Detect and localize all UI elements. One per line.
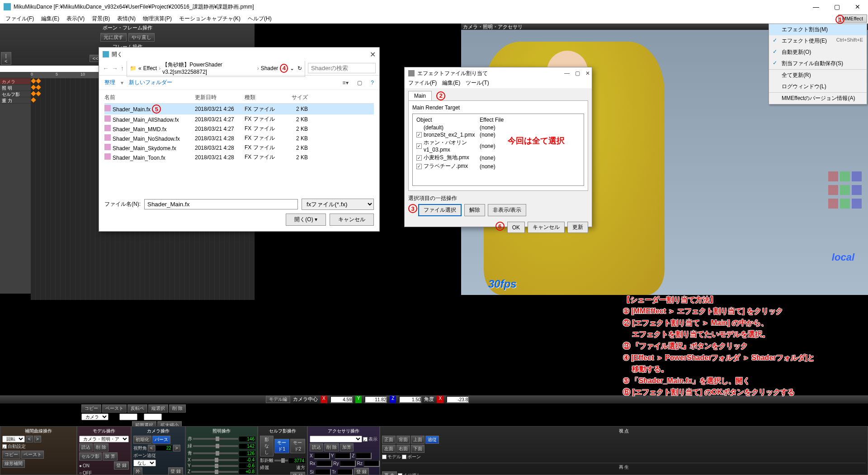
object-checkbox[interactable] <box>416 143 422 149</box>
ly-slider[interactable] <box>192 465 238 467</box>
angle-x-input[interactable] <box>446 396 469 403</box>
play-button[interactable]: 再 生 <box>382 471 397 475</box>
file-select-button[interactable]: ファイル選択 <box>418 204 462 216</box>
menu-physics[interactable]: 物理演算(P) <box>139 14 175 24</box>
nav-back-button[interactable]: ← <box>103 65 109 72</box>
file-item[interactable]: Shader_Main.fx 52018/03/21 4:26FX ファイル2 … <box>104 104 374 114</box>
menu-edit[interactable]: 編集(E) <box>38 14 63 24</box>
tl-camera-row[interactable]: カメラ <box>0 78 31 85</box>
menu-expression[interactable]: 表情(N) <box>113 14 139 24</box>
interp-copy[interactable]: コピー <box>2 451 20 459</box>
acc-register[interactable]: 登 録 <box>354 468 369 475</box>
interp-select[interactable]: 回転 <box>2 436 25 442</box>
new-folder-button[interactable]: 新しいフォルダー <box>129 79 172 86</box>
file-item[interactable]: Shader_Main_AllShadow.fx2018/03/21 4:27F… <box>104 114 374 124</box>
file-item[interactable]: Shader_Main_Toon.fx2018/03/21 4:28FX ファイ… <box>104 152 374 162</box>
x-input[interactable] <box>330 396 353 403</box>
object-checkbox[interactable] <box>416 155 422 161</box>
range-start[interactable] <box>119 413 137 420</box>
camera-perse[interactable]: パース <box>152 436 170 444</box>
minimize-button[interactable]: — <box>806 0 826 14</box>
file-item[interactable]: Shader_Main_NoShadow.fx2018/03/21 4:28FX… <box>104 133 374 143</box>
ed-close[interactable]: ✕ <box>585 70 590 76</box>
camera-register[interactable]: 登 録 <box>168 467 183 475</box>
mme-auto-save[interactable]: 割当ファイル自動保存(S) <box>769 58 867 70</box>
model-load[interactable]: 読込 <box>79 443 93 451</box>
col-size[interactable]: サイズ <box>285 94 308 101</box>
mme-effect-use[interactable]: エフェクト使用(E)Ctrl+Shift+E <box>769 35 867 47</box>
view-button[interactable]: ≡▾ <box>343 80 349 86</box>
cancel-button[interactable]: キャンセル <box>330 214 374 226</box>
mme-version[interactable]: MMEffectのバージョン情報(A) <box>769 93 867 104</box>
model-select[interactable]: カメラ・照明・アクセサリ <box>79 436 129 442</box>
nav-up-button[interactable]: ↑ <box>121 65 124 72</box>
auto-check[interactable] <box>2 444 7 449</box>
organize-button[interactable]: 整理 <box>104 79 115 86</box>
dialog-close-button[interactable]: ✕ <box>370 50 376 59</box>
y-input[interactable] <box>364 396 387 403</box>
range-end[interactable] <box>144 413 162 420</box>
object-checkbox[interactable] <box>416 132 422 138</box>
model-register[interactable]: 登 録 <box>114 461 129 470</box>
close-button[interactable]: ✕ <box>847 0 868 14</box>
mme-update-all[interactable]: 全て更新(R) <box>769 70 867 81</box>
update-button[interactable]: 更新 <box>567 222 588 233</box>
ok-button[interactable]: OK <box>507 222 525 233</box>
ed-menu-edit[interactable]: 編集(E) <box>442 79 460 88</box>
shadow-register[interactable]: 登 録 <box>290 472 305 475</box>
camera-select[interactable]: カメラ <box>81 413 108 420</box>
camera-init[interactable]: 初期化 <box>133 436 151 444</box>
open-button[interactable]: 開く(O) ▾ <box>286 214 326 226</box>
mme-effect-assign[interactable]: エフェクト割当(M) <box>769 24 867 35</box>
maximize-button[interactable]: ▢ <box>826 0 847 14</box>
help-button[interactable]: ? <box>371 80 374 86</box>
file-item[interactable]: Shader_Main_Skydome.fx2018/03/21 4:28FX … <box>104 143 374 152</box>
menu-file[interactable]: ファイル(F) <box>2 14 38 24</box>
model-shadow[interactable]: セルフ影 <box>79 452 102 461</box>
model-edit-button[interactable]: モデル編 <box>266 396 290 403</box>
v-select-button[interactable]: 縦選択 <box>148 404 168 413</box>
col-type[interactable]: 種類 <box>245 94 285 101</box>
menu-background[interactable]: 背景(B) <box>88 14 113 24</box>
ed-max[interactable]: ▢ <box>575 70 580 76</box>
linear-button[interactable]: 線形補間 <box>2 460 25 468</box>
undo-button[interactable]: 元に戻す <box>100 33 127 42</box>
menu-view[interactable]: 表示(V) <box>63 14 88 24</box>
interp-paste[interactable]: ペースト <box>21 451 44 459</box>
ed-menu-file[interactable]: ファイル(F) <box>408 79 437 88</box>
col-name[interactable]: 名前 <box>104 94 195 101</box>
mme-log-window[interactable]: ログウィンドウ(L) <box>769 81 867 93</box>
file-filter[interactable]: fxファイル(*.fx) <box>302 199 374 210</box>
tl-gravity-row[interactable]: 重 力 <box>0 97 31 104</box>
lx-slider[interactable] <box>192 459 238 461</box>
object-item[interactable]: 小麦粉S_無地.pmx(none) <box>415 153 582 162</box>
ed-min[interactable]: — <box>564 70 570 76</box>
tl-shadow-row[interactable]: セルフ影 <box>0 91 31 97</box>
view-gizmo[interactable] <box>827 171 863 207</box>
ed-menu-tool[interactable]: ツール(T) <box>466 79 489 88</box>
filename-input[interactable] <box>144 199 298 209</box>
object-list[interactable]: ObjectEffect File (default)(none) bronze… <box>412 114 584 186</box>
tl-light-row[interactable]: 照 明 <box>0 85 31 91</box>
reverse-button[interactable]: 反転ペ <box>127 404 147 413</box>
hide-show-button[interactable]: 非表示/表示 <box>488 204 526 216</box>
copy-button[interactable]: コピー <box>81 404 101 413</box>
paste-button[interactable]: ペースト <box>102 404 127 413</box>
col-date[interactable]: 更新日時 <box>195 94 245 101</box>
file-item[interactable]: Shader_Main_MMD.fx2018/03/21 4:27FX ファイル… <box>104 124 374 133</box>
lz-slider[interactable] <box>191 471 238 473</box>
preview-button[interactable]: ▢ <box>357 80 362 86</box>
mme-auto-update[interactable]: 自動更新(O) <box>769 47 867 58</box>
object-checkbox[interactable] <box>416 164 422 169</box>
main-tab[interactable]: Main <box>408 91 432 100</box>
path-bar[interactable]: 📁 « Effect› 【角砂糖】PowerShader v3.2[sm3225… <box>127 59 305 77</box>
redo-button[interactable]: やり直し <box>128 33 155 42</box>
frame-first-button[interactable]: |< <box>1 52 11 65</box>
green-slider[interactable] <box>193 445 238 447</box>
model-delete[interactable]: 削 除 <box>94 443 108 451</box>
menu-mocap[interactable]: モーションキャプチャ(K) <box>175 14 244 24</box>
delete-button[interactable]: 削 除 <box>169 404 186 413</box>
menu-help[interactable]: ヘルプ(H) <box>244 14 275 24</box>
z-input[interactable] <box>399 396 421 403</box>
nav-fwd-button[interactable]: → <box>112 65 118 72</box>
